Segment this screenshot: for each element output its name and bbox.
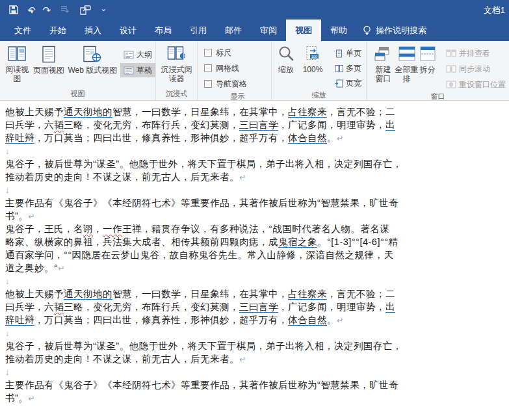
tab-layout[interactable]: 布局 xyxy=(146,20,181,41)
tab-design[interactable]: 设计 xyxy=(111,20,146,41)
reset-window-position-label: 重设窗口位置 xyxy=(459,79,506,90)
arrange-all-button[interactable]: 全部重排 xyxy=(395,44,419,83)
document-line[interactable]: 鬼谷子，被后世尊为“谋圣”。他隐于世外，将天下置于棋局，弟子出将入相，决定列国存… xyxy=(5,157,509,170)
ruler-label: 标尺 xyxy=(216,47,231,59)
svg-text:100: 100 xyxy=(311,55,317,59)
gridlines-label: 网格线 xyxy=(216,63,239,74)
document-lines: 他被上天赐予通天彻地的智慧，一曰数学，日星象纬，在其掌中，占往察来，言无不验；二… xyxy=(0,101,509,404)
word-window: ↶▾ ↷ ⌄ 文档1 文件 开始 插入 设计 布局 引用 邮件 审阅 视图 帮助… xyxy=(0,0,509,420)
new-window-button[interactable]: 新建窗口 xyxy=(372,44,395,83)
document-line[interactable]: ↓ xyxy=(5,326,509,339)
synchronous-scrolling-icon xyxy=(446,65,456,73)
print-layout-icon xyxy=(42,46,56,63)
tab-view[interactable]: 视图 xyxy=(286,20,321,41)
multiple-pages-button[interactable]: 多页 xyxy=(332,61,365,75)
tab-mailings[interactable]: 邮件 xyxy=(216,20,251,41)
immersive-reader-icon xyxy=(167,46,187,62)
gridlines-checkbox-box xyxy=(204,64,212,72)
document-line[interactable]: 鬼谷子，被后世尊为“谋圣”。他隐于世外，将天下置于棋局，弟子出将入相，决定列国存… xyxy=(5,339,509,352)
undo-dropdown-icon[interactable]: ▾ xyxy=(31,8,34,15)
one-page-label: 单页 xyxy=(346,48,361,59)
tab-home[interactable]: 开始 xyxy=(40,20,75,41)
page-width-label: 页宽 xyxy=(346,78,361,89)
document-line[interactable]: ↓ xyxy=(5,365,509,378)
document-line[interactable]: 主要作品有《鬼谷子》《本经阴符七术》等重要作品，其著作被后世称为“智慧禁果，旷世… xyxy=(5,378,509,391)
document-line[interactable]: 略家、纵横家的鼻祖，兵法集大成者、相传其额前四颗肉痣，成鬼宿之象。°[1-3]°… xyxy=(5,235,509,248)
split-button[interactable]: 拆分 xyxy=(419,44,436,74)
zoom-100-icon: 100 xyxy=(305,46,320,62)
document-canvas[interactable]: 他被上天赐予通天彻地的智慧，一曰数学，日星象纬，在其掌中，占往察来，言无不验；二… xyxy=(0,101,509,420)
gridlines-checkbox[interactable]: 网格线 xyxy=(204,60,239,76)
zoom-button[interactable]: 缩放 xyxy=(274,44,298,74)
undo-button[interactable]: ↶▾ xyxy=(27,5,34,15)
group-views: 阅读视图 页面视图 Web 版式视图 大纲 xyxy=(0,41,156,100)
document-line[interactable]: 书”。↵ xyxy=(5,391,509,404)
document-line[interactable]: ↓ xyxy=(5,144,509,157)
tab-insert[interactable]: 插入 xyxy=(75,20,111,41)
document-line[interactable]: 主要作品有《鬼谷子》《本经阴符七术》等重要作品，其著作被后世称为“智慧禁果，旷世… xyxy=(5,196,509,209)
arrange-all-icon xyxy=(398,46,416,62)
ruler-checkbox[interactable]: 标尺 xyxy=(204,45,231,60)
title-bar: ↶▾ ↷ ⌄ 文档1 xyxy=(0,0,509,20)
lightbulb-icon xyxy=(363,25,371,36)
tab-file[interactable]: 文件 xyxy=(5,20,40,41)
page-width-icon xyxy=(335,79,343,88)
reset-window-position-button: 重设窗口位置 xyxy=(443,77,509,92)
zoom-100-button[interactable]: 100 100% xyxy=(298,44,328,74)
read-mode-button[interactable]: 阅读视图 xyxy=(4,44,31,83)
tab-help[interactable]: 帮助 xyxy=(321,20,356,41)
ruler-checkbox-box xyxy=(204,49,212,57)
group-label-views: 视图 xyxy=(0,89,155,100)
document-line[interactable]: 辞吐辩，万口莫当；四曰出世，修真养性，形神俱妙，超乎万有，体合自然。↵ xyxy=(5,131,509,144)
document-line[interactable]: 道之奥妙。°↵ xyxy=(5,261,509,274)
group-label-zoom: 缩放 xyxy=(272,90,366,100)
tab-references[interactable]: 引用 xyxy=(181,20,216,41)
document-line[interactable]: 曰兵学，六韬三略，变化无穷，布阵行兵，变幻莫测，三曰言学，广记多闻，明理审势，出 xyxy=(5,118,509,131)
print-layout-button[interactable]: 页面视图 xyxy=(31,44,68,75)
group-zoom: 缩放 100 100% 单页 多页 xyxy=(272,41,367,100)
outline-view-button[interactable]: 大纲 xyxy=(120,47,155,62)
page-width-button[interactable]: 页宽 xyxy=(332,76,365,90)
read-mode-icon xyxy=(7,46,27,62)
document-line[interactable]: 推动着历史的走向！不谋之谋，前无古人，后无来者。↵ xyxy=(5,352,509,365)
document-line[interactable]: 辞吐辩，万口莫当；四曰出世，修真养性，形神俱妙，超乎万有，体合自然。↵ xyxy=(5,313,509,326)
qat-customize-chevron-icon[interactable]: ⌄ xyxy=(100,5,107,12)
window-title: 文档1 xyxy=(484,5,505,16)
document-line[interactable]: 书”。↵ xyxy=(5,209,509,222)
web-layout-label: Web 版式视图 xyxy=(68,66,117,75)
draft-view-button[interactable]: 草稿 xyxy=(120,63,155,77)
one-page-button[interactable]: 单页 xyxy=(332,46,365,60)
zoom-icon xyxy=(278,46,294,62)
save-icon[interactable] xyxy=(9,5,18,14)
document-line[interactable]: 推动着历史的走向！不谋之谋，前无古人，后无来者。↵ xyxy=(5,170,509,183)
draft-view-icon xyxy=(124,66,134,75)
outline-view-label: 大纲 xyxy=(137,49,152,60)
document-line[interactable]: 他被上天赐予通天彻地的智慧，一曰数学，日星象纬，在其掌中，占往察来，言无不验；二 xyxy=(5,287,509,300)
zoom-label: 缩放 xyxy=(278,65,294,74)
mouse-touch-mode-icon[interactable] xyxy=(79,5,91,15)
ribbon-tab-row: 文件 开始 插入 设计 布局 引用 邮件 审阅 视图 帮助 操作说明搜索 xyxy=(0,20,509,41)
read-mode-label: 阅读视图 xyxy=(4,65,31,83)
web-layout-button[interactable]: Web 版式视图 xyxy=(68,44,118,75)
group-label-window: 窗口 xyxy=(367,92,509,101)
arrange-all-label: 全部重排 xyxy=(395,65,419,83)
navigation-pane-checkbox[interactable]: 导航窗格 xyxy=(204,76,247,92)
tab-review[interactable]: 审阅 xyxy=(251,20,286,41)
new-window-label: 新建窗口 xyxy=(372,65,395,83)
navigation-pane-label: 导航窗格 xyxy=(216,79,247,90)
view-side-by-side-button: 并排查看 xyxy=(443,46,509,60)
document-line[interactable]: ↓ xyxy=(5,274,509,287)
immersive-reader-button[interactable]: 沉浸式阅读器 xyxy=(159,44,195,83)
redo-icon[interactable]: ↷ xyxy=(43,5,51,15)
immersive-reader-label: 沉浸式阅读器 xyxy=(159,65,195,83)
document-line[interactable]: 鬼谷子，王氏，名诩，一作王禅，籍贯存争议，有多种说法，°战国时代著名人物。著名谋 xyxy=(5,222,509,235)
document-line[interactable]: ↓ xyxy=(5,183,509,196)
split-label: 拆分 xyxy=(420,65,436,74)
document-line[interactable]: 通百家学问，°°因隐居在云梦山鬼谷，故自称鬼谷先生。常入山静修，深谙自然之规律，… xyxy=(5,248,509,261)
document-line[interactable]: 他被上天赐予通天彻地的智慧，一曰数学，日星象纬，在其掌中，占往察来，言无不验；二 xyxy=(5,105,509,118)
tell-me-search[interactable]: 操作说明搜索 xyxy=(356,20,433,41)
one-page-icon xyxy=(335,49,343,58)
group-label-immersive: 沉浸式 xyxy=(156,89,197,100)
document-line[interactable]: 曰兵学，六韬三略，变化无穷，布阵行兵，变幻莫测，三曰言学，广记多闻，明理审势，出 xyxy=(5,300,509,313)
group-label-show: 显示 xyxy=(204,92,271,101)
